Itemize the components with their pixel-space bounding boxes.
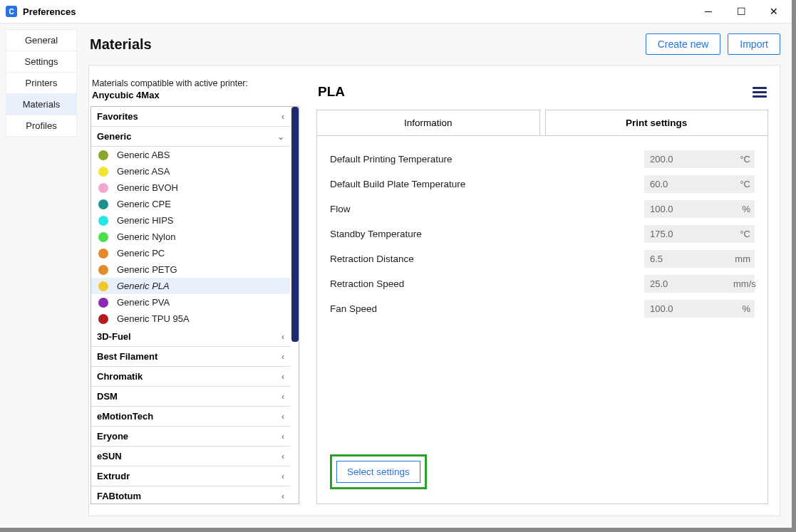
sidebar-item-printers[interactable]: Printers — [6, 72, 77, 94]
material-group-fabtotum[interactable]: FABtotum‹ — [91, 486, 290, 504]
sidebar-item-settings[interactable]: Settings — [6, 51, 77, 73]
minimize-button[interactable]: ─ — [692, 0, 725, 23]
material-item[interactable]: Generic CPE — [91, 196, 290, 212]
setting-row: Retraction Distance6.5mm — [330, 250, 755, 268]
setting-row: Standby Temperature175.0°C — [330, 225, 755, 243]
setting-value-input[interactable]: 6.5 — [644, 250, 733, 268]
material-item-label: Generic TPU 95A — [117, 313, 190, 324]
chevron-left-icon: ‹ — [281, 471, 284, 481]
material-item[interactable]: Generic PC — [91, 245, 290, 261]
setting-label: Fan Speed — [330, 303, 644, 314]
material-item[interactable]: Generic Nylon — [91, 229, 290, 245]
chevron-left-icon: ‹ — [281, 392, 284, 402]
material-item-label: Generic ABS — [117, 150, 170, 160]
material-item[interactable]: Generic ASA — [91, 163, 290, 179]
setting-label: Standby Temperature — [330, 229, 644, 239]
material-swatch-icon — [98, 314, 108, 324]
setting-row: Retraction Speed25.0mm/s — [330, 275, 755, 293]
material-swatch-icon — [98, 281, 108, 291]
material-group-3d-fuel[interactable]: 3D-Fuel‹ — [91, 327, 290, 347]
material-group-generic[interactable]: Generic⌄ — [91, 127, 290, 147]
setting-unit: mm — [733, 250, 755, 268]
sidebar-item-materials[interactable]: Materials — [6, 93, 77, 115]
maximize-button[interactable]: ☐ — [725, 0, 758, 23]
material-swatch-icon — [98, 183, 108, 193]
setting-unit: °C — [733, 175, 755, 193]
material-item-label: Generic CPE — [117, 199, 171, 209]
material-swatch-icon — [98, 298, 108, 308]
material-group-favorites[interactable]: Favorites‹ — [91, 107, 290, 127]
setting-row: Flow100.0% — [330, 200, 755, 218]
setting-unit: % — [733, 300, 755, 318]
setting-unit: % — [733, 200, 755, 218]
setting-value-input[interactable]: 25.0 — [644, 275, 733, 293]
material-swatch-icon — [98, 167, 108, 177]
material-item[interactable]: Generic PETG — [91, 261, 290, 278]
titlebar: C Preferences ─ ☐ ✕ — [0, 0, 796, 23]
material-item[interactable]: Generic TPU 95A — [91, 311, 290, 327]
material-item[interactable]: Generic BVOH — [91, 179, 290, 196]
preferences-sidebar: GeneralSettingsPrintersMaterialsProfiles — [0, 24, 80, 528]
material-item-label: Generic ASA — [117, 166, 170, 177]
window-title: Preferences — [23, 6, 76, 17]
setting-unit: °C — [733, 150, 755, 168]
app-icon: C — [6, 6, 17, 17]
close-button[interactable]: ✕ — [758, 0, 790, 23]
material-group-eryone[interactable]: Eryone‹ — [91, 427, 290, 447]
material-item[interactable]: Generic HIPS — [91, 212, 290, 229]
setting-label: Flow — [330, 204, 644, 214]
tab-print-settings[interactable]: Print settings — [545, 110, 769, 135]
setting-value-input[interactable]: 60.0 — [644, 175, 733, 193]
material-swatch-icon — [98, 265, 108, 275]
setting-label: Default Printing Temperature — [330, 154, 644, 165]
material-item-label: Generic PLA — [117, 281, 170, 291]
material-item[interactable]: Generic ABS — [91, 147, 290, 163]
tab-information[interactable]: Information — [316, 110, 540, 135]
material-swatch-icon — [98, 249, 108, 259]
material-list: Favorites‹Generic⌄Generic ABSGeneric ASA… — [91, 107, 290, 504]
chevron-left-icon: ‹ — [281, 332, 284, 342]
window-shadow-bottom — [0, 528, 796, 532]
setting-value-input[interactable]: 100.0 — [644, 300, 733, 318]
material-swatch-icon — [98, 150, 108, 160]
setting-value-input[interactable]: 175.0 — [644, 225, 733, 243]
import-button[interactable]: Import — [728, 33, 780, 55]
material-group-esun[interactable]: eSUN‹ — [91, 447, 290, 466]
material-item-label: Generic BVOH — [117, 182, 178, 193]
material-menu-icon[interactable] — [753, 85, 767, 100]
material-list-scrollbar[interactable] — [291, 107, 299, 342]
setting-unit: °C — [733, 225, 755, 243]
material-swatch-icon — [98, 216, 108, 226]
page-title: Materials — [90, 36, 152, 53]
material-item-label: Generic Nylon — [117, 231, 175, 242]
material-group-best-filament[interactable]: Best Filament‹ — [91, 347, 290, 367]
chevron-left-icon: ‹ — [281, 491, 284, 501]
material-item[interactable]: Generic PLA — [91, 278, 290, 294]
compat-label: Materials compatible with active printer… — [91, 78, 299, 88]
material-group-chromatik[interactable]: Chromatik‹ — [91, 367, 290, 387]
material-item-label: Generic PC — [117, 248, 165, 259]
material-swatch-icon — [98, 199, 108, 209]
setting-value-input[interactable]: 200.0 — [644, 150, 733, 168]
select-settings-highlight: Select settings — [330, 454, 427, 489]
chevron-left-icon: ‹ — [281, 432, 284, 442]
material-item[interactable]: Generic PVA — [91, 294, 290, 311]
setting-row: Default Build Plate Temperature60.0°C — [330, 175, 755, 193]
chevron-down-icon: ⌄ — [277, 132, 284, 142]
material-item-label: Generic PETG — [117, 264, 177, 275]
sidebar-item-general[interactable]: General — [6, 29, 77, 51]
material-swatch-icon — [98, 232, 108, 242]
sidebar-item-profiles[interactable]: Profiles — [6, 115, 77, 137]
chevron-left-icon: ‹ — [281, 412, 284, 422]
material-group-extrudr[interactable]: Extrudr‹ — [91, 466, 290, 486]
chevron-left-icon: ‹ — [281, 372, 284, 382]
setting-unit: mm/s — [733, 275, 755, 293]
chevron-left-icon: ‹ — [281, 352, 284, 362]
window-shadow-right — [792, 0, 796, 528]
chevron-left-icon: ‹ — [281, 452, 284, 461]
select-settings-button[interactable]: Select settings — [336, 461, 420, 483]
material-group-emotiontech[interactable]: eMotionTech‹ — [91, 407, 290, 427]
create-new-button[interactable]: Create new — [646, 33, 721, 55]
setting-value-input[interactable]: 100.0 — [644, 200, 733, 218]
material-group-dsm[interactable]: DSM‹ — [91, 387, 290, 407]
